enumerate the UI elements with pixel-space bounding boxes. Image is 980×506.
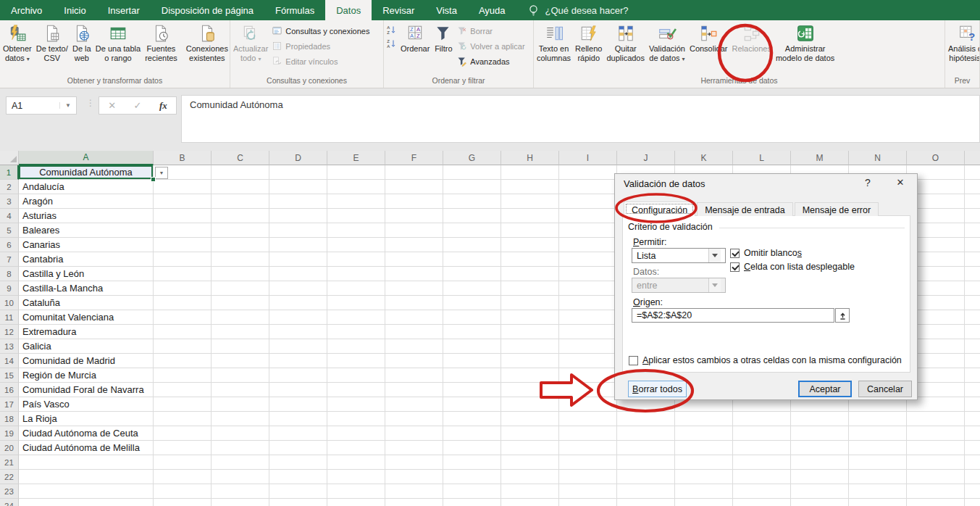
cell-A3[interactable]: Aragón	[19, 194, 154, 209]
row-header-22[interactable]: 22	[0, 470, 19, 484]
ribbon-btn-consultas-y-conexiones[interactable]: Consultas y conexiones	[272, 25, 369, 37]
range-picker-button[interactable]	[835, 308, 850, 323]
cell-K21[interactable]	[675, 455, 733, 470]
cell-O21[interactable]	[907, 455, 965, 470]
cell-D4[interactable]	[269, 209, 327, 223]
cell-C19[interactable]	[212, 426, 269, 441]
cell-I1[interactable]	[559, 165, 617, 180]
cell-B10[interactable]	[154, 296, 212, 310]
row-header-8[interactable]: 8	[0, 267, 19, 281]
cell-I12[interactable]	[559, 325, 617, 339]
cell-J18[interactable]	[617, 412, 675, 426]
cell-D10[interactable]	[269, 296, 327, 310]
cell-H11[interactable]	[501, 310, 559, 325]
row-header-1[interactable]: 1	[0, 165, 19, 180]
ribbon-btn-obtener-datos[interactable]: Obtenerdatos ▾	[1, 22, 34, 63]
cell-F12[interactable]	[385, 325, 443, 339]
cell-H17[interactable]	[501, 397, 559, 412]
cell-P22[interactable]	[965, 470, 980, 484]
cell-F10[interactable]	[385, 296, 443, 310]
celda-lista-checkbox[interactable]: Celda con lista desplegable	[730, 262, 855, 272]
cell-P9[interactable]	[965, 281, 980, 296]
cell-B6[interactable]	[154, 238, 212, 252]
cell-H14[interactable]	[501, 354, 559, 368]
menu-tab-archivo[interactable]: Archivo	[0, 0, 53, 20]
cell-G16[interactable]	[443, 383, 501, 397]
cell-E8[interactable]	[327, 267, 385, 281]
column-header-c[interactable]: C	[212, 151, 269, 165]
cell-P12[interactable]	[965, 325, 980, 339]
fill-handle[interactable]	[151, 177, 156, 182]
cell-E16[interactable]	[327, 383, 385, 397]
cell-E14[interactable]	[327, 354, 385, 368]
cell-A14[interactable]: Comunidad de Madrid	[19, 354, 154, 368]
omitir-blancos-checkbox[interactable]: Omitir blancos	[730, 248, 802, 258]
cell-B23[interactable]	[154, 484, 212, 499]
cell-I24[interactable]	[559, 499, 617, 506]
row-header-9[interactable]: 9	[0, 281, 19, 296]
cell-L20[interactable]	[733, 441, 791, 455]
cell-K19[interactable]	[675, 426, 733, 441]
checkbox-checked-icon[interactable]	[730, 262, 740, 272]
cell-P20[interactable]	[965, 441, 980, 455]
cell-O18[interactable]	[907, 412, 965, 426]
menu-tab-revisar[interactable]: Revisar	[372, 0, 425, 20]
row-header-3[interactable]: 3	[0, 194, 19, 209]
column-header-k[interactable]: K	[675, 151, 733, 165]
menu-tab-insertar[interactable]: Insertar	[97, 0, 151, 20]
cell-L21[interactable]	[733, 455, 791, 470]
cell-L18[interactable]	[733, 412, 791, 426]
ribbon-btn-fuentes-recientes[interactable]: Fuentesrecientes	[143, 22, 180, 63]
ribbon-btn-de-la-web[interactable]: De laweb	[70, 22, 93, 63]
ribbon-btn-sort-ascending[interactable]: AZ	[386, 25, 397, 36]
cell-G24[interactable]	[443, 499, 501, 506]
cell-P23[interactable]	[965, 484, 980, 499]
cell-D19[interactable]	[269, 426, 327, 441]
ribbon-btn-conexiones-existentes[interactable]: Conexionesexistentes	[184, 22, 230, 63]
cell-C8[interactable]	[212, 267, 269, 281]
cell-F14[interactable]	[385, 354, 443, 368]
cell-B17[interactable]	[154, 397, 212, 412]
cell-H3[interactable]	[501, 194, 559, 209]
cell-G9[interactable]	[443, 281, 501, 296]
cell-H20[interactable]	[501, 441, 559, 455]
cell-E13[interactable]	[327, 339, 385, 354]
cell-D22[interactable]	[269, 470, 327, 484]
ribbon-btn-borrar[interactable]: Borrar	[456, 25, 524, 37]
cell-B5[interactable]	[154, 223, 212, 238]
cell-C6[interactable]	[212, 238, 269, 252]
enter-icon[interactable]: ✓	[134, 100, 142, 111]
cell-B21[interactable]	[154, 455, 212, 470]
cell-D20[interactable]	[269, 441, 327, 455]
cell-B8[interactable]	[154, 267, 212, 281]
checkbox-checked-icon[interactable]	[730, 249, 740, 258]
menu-tab-formulas[interactable]: Fórmulas	[264, 0, 325, 20]
cell-I2[interactable]	[559, 180, 617, 194]
formula-input[interactable]: Comunidad Autónoma	[181, 95, 980, 143]
menu-tab-datos[interactable]: Datos	[325, 0, 372, 20]
ribbon-btn-consolidar[interactable]: Consolidar	[687, 22, 730, 63]
ribbon-btn-analisis-de-hipotesis[interactable]: ?Análisis dehipótesis ▾	[946, 22, 980, 63]
cancel-icon[interactable]: ✕	[108, 100, 116, 111]
cell-O23[interactable]	[907, 484, 965, 499]
cell-P15[interactable]	[965, 368, 980, 383]
cell-D12[interactable]	[269, 325, 327, 339]
cell-A13[interactable]: Galicia	[19, 339, 154, 354]
cell-J23[interactable]	[617, 484, 675, 499]
cell-F24[interactable]	[385, 499, 443, 506]
cell-I11[interactable]	[559, 310, 617, 325]
cell-E4[interactable]	[327, 209, 385, 223]
row-header-2[interactable]: 2	[0, 180, 19, 194]
cell-A17[interactable]: País Vasco	[19, 397, 154, 412]
row-header-20[interactable]: 20	[0, 441, 19, 455]
cell-M24[interactable]	[791, 499, 849, 506]
cell-F3[interactable]	[385, 194, 443, 209]
cell-H24[interactable]	[501, 499, 559, 506]
ribbon-btn-editar-vinculos[interactable]: Editar vínculos	[272, 55, 369, 67]
cell-G23[interactable]	[443, 484, 501, 499]
cell-G5[interactable]	[443, 223, 501, 238]
ribbon-btn-validacion-de-datos[interactable]: Validaciónde datos ▾	[647, 22, 687, 63]
cell-B18[interactable]	[154, 412, 212, 426]
cell-K23[interactable]	[675, 484, 733, 499]
row-header-6[interactable]: 6	[0, 238, 19, 252]
